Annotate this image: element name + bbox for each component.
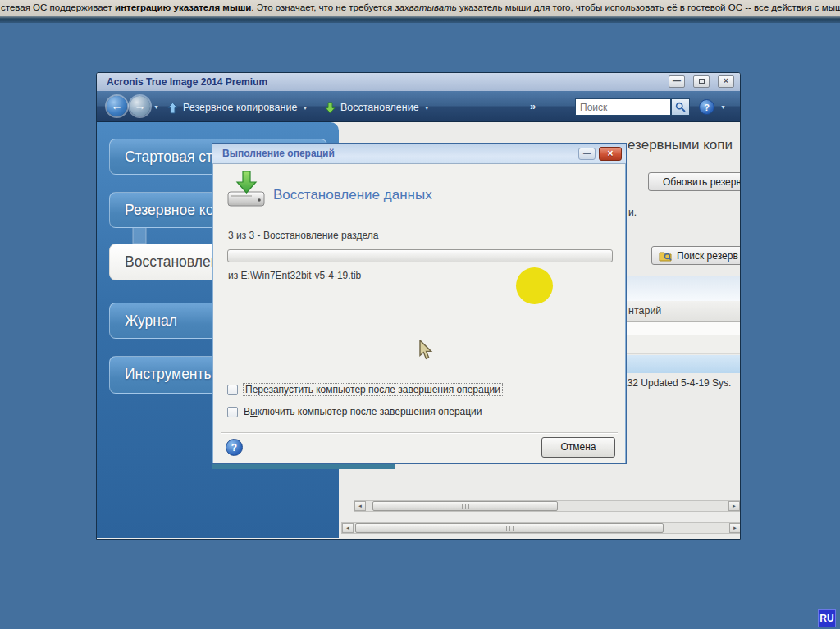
- backup-list-selected-row[interactable]: [612, 355, 741, 373]
- shutdown-checkbox-label[interactable]: Выключить компьютер после завершения опе…: [244, 406, 482, 417]
- operation-progress-dialog: Выполнение операций — × Восстановление д…: [212, 143, 627, 464]
- dialog-close-button[interactable]: ×: [599, 147, 622, 161]
- selected-backup-text-fragment: t x32 Updated 5-4-19 Sys.: [617, 377, 731, 389]
- restart-checkbox-row[interactable]: Перезапустить компьютер после завершения…: [227, 384, 502, 395]
- content-text-fragment: и.: [628, 207, 637, 218]
- help-icon: ?: [226, 439, 243, 456]
- restart-checkbox-label[interactable]: Перезапустить компьютер после завершения…: [244, 384, 502, 395]
- forward-icon: →: [135, 99, 146, 112]
- scrollbar-thumb[interactable]: [372, 501, 558, 511]
- window-titlebar[interactable]: Acronis True Image 2014 Premium: [97, 73, 740, 91]
- shutdown-checkbox[interactable]: [227, 407, 238, 417]
- search-input[interactable]: [575, 98, 671, 116]
- help-caret-icon[interactable]: ▼: [720, 104, 726, 110]
- toolbar-help-button[interactable]: ?: [699, 99, 714, 115]
- update-backup-button[interactable]: Обновить резерв: [648, 172, 741, 191]
- search-icon: [675, 102, 686, 112]
- restore-down-arrow-icon: [325, 102, 336, 114]
- back-button[interactable]: ←: [107, 96, 127, 116]
- dialog-heading: Восстановление данных: [273, 187, 432, 203]
- scrollbar-grip-icon: [506, 526, 514, 531]
- comment-column-header[interactable]: нтарий: [612, 301, 741, 322]
- scrollbar-grip-icon: [462, 504, 469, 509]
- source-file-text: из E:\Win7Ent32bit-v5-4-19.tib: [228, 270, 361, 281]
- backup-management-heading-fragment: езервными копи: [628, 137, 733, 153]
- scroll-right-arrow[interactable]: ►: [728, 501, 740, 511]
- restore-drive-icon: [227, 170, 267, 211]
- scroll-left-arrow[interactable]: ◄: [354, 501, 366, 511]
- outer-horizontal-scrollbar[interactable]: ◄ ►: [341, 522, 741, 534]
- progress-step-text: 3 из 3 - Восстановление раздела: [228, 230, 378, 241]
- vm-notification-text: стевая ОС поддерживает интеграцию указат…: [1, 2, 840, 12]
- shutdown-checkbox-row[interactable]: Выключить компьютер после завершения опе…: [227, 406, 482, 417]
- search-backups-button-label: Поиск резерв: [677, 250, 738, 262]
- dialog-shadow: [212, 464, 395, 469]
- backup-menu-label: Резервное копирование: [183, 102, 297, 113]
- sidebar-item-label: Резервное коп: [125, 202, 221, 218]
- list-header-strip: [612, 276, 741, 301]
- help-icon: ?: [699, 99, 714, 115]
- dialog-title: Выполнение операций: [222, 148, 335, 159]
- nav-history-caret-icon[interactable]: ▼: [153, 104, 159, 110]
- window-title: Acronis True Image 2014 Premium: [107, 76, 267, 88]
- dialog-footer-separator: [221, 432, 618, 433]
- scroll-right-arrow[interactable]: ►: [729, 523, 741, 533]
- back-icon: ←: [112, 99, 123, 112]
- mouse-cursor: [419, 340, 435, 362]
- backup-list-row[interactable]: [612, 322, 741, 335]
- toolbar: ← → ▼ Резервное копирование ▼ Восстановл…: [97, 91, 740, 122]
- search-button[interactable]: [671, 98, 690, 116]
- vm-notification-bar: стевая ОС поддерживает интеграцию указат…: [0, 0, 840, 16]
- click-indicator: [516, 267, 553, 304]
- language-indicator[interactable]: RU: [818, 609, 836, 627]
- toolbar-overflow-chevron[interactable]: »: [530, 100, 535, 112]
- comment-column-header-label: нтарий: [628, 305, 661, 317]
- progress-bar: [227, 249, 613, 262]
- backup-menu-caret-icon: ▼: [302, 105, 308, 111]
- sidebar-item-label: Журнал: [125, 312, 177, 329]
- inner-horizontal-scrollbar[interactable]: ◄ ►: [354, 500, 741, 512]
- dialog-minimize-button[interactable]: —: [578, 148, 596, 160]
- window-maximize-button[interactable]: [693, 75, 710, 88]
- backup-list-row[interactable]: [612, 335, 741, 354]
- update-backup-button-label: Обновить резерв: [663, 176, 741, 188]
- screen: стевая ОС поддерживает интеграцию указат…: [0, 0, 840, 629]
- cancel-button[interactable]: Отмена: [541, 437, 615, 458]
- restart-checkbox[interactable]: [227, 385, 238, 395]
- window-minimize-button[interactable]: —: [669, 75, 685, 88]
- backup-up-arrow-icon: [167, 102, 178, 114]
- restore-menu[interactable]: Восстановление ▼: [325, 98, 430, 116]
- window-close-button[interactable]: ×: [718, 75, 734, 88]
- dialog-help-button[interactable]: ?: [226, 439, 243, 456]
- maximize-icon: [699, 79, 705, 84]
- restore-menu-caret-icon: ▼: [424, 105, 430, 111]
- folder-search-icon: [659, 250, 672, 262]
- forward-button[interactable]: →: [130, 96, 150, 116]
- scroll-left-arrow[interactable]: ◄: [342, 523, 354, 533]
- dialog-titlebar[interactable]: Выполнение операций: [212, 144, 626, 164]
- scrollbar-thumb[interactable]: [355, 523, 664, 533]
- search-backups-button[interactable]: Поиск резерв: [651, 246, 741, 265]
- restore-menu-label: Восстановление: [340, 102, 419, 113]
- vm-bar-edge: [0, 16, 840, 23]
- backup-menu[interactable]: Резервное копирование ▼: [167, 98, 308, 116]
